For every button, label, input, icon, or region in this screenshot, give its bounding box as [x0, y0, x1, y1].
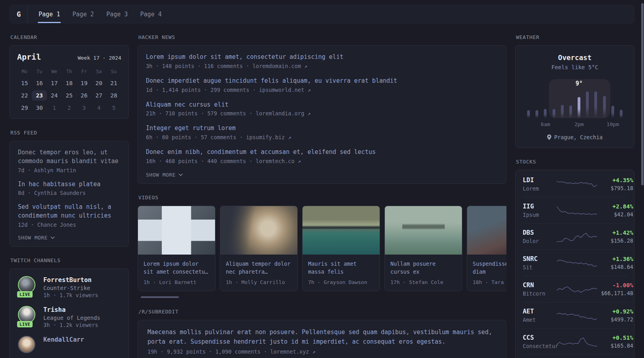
day-header: Su [107, 67, 121, 76]
twitch-channel-row[interactable]: KendallCarr [18, 336, 120, 355]
stock-symbol[interactable]: SNRC [523, 255, 557, 263]
video-title[interactable]: Suspendisse sagittis diam [473, 260, 506, 276]
stock-sparkline [557, 204, 597, 217]
stock-change: +1.36% [597, 256, 633, 262]
stock-change: +0.51% [597, 335, 633, 341]
hn-item-title[interactable]: Donec imperdiet augue tincidunt felis al… [146, 77, 498, 86]
external-link-icon[interactable]: ↗ [312, 348, 316, 355]
stock-row[interactable]: SNRCSit +1.36%$148.64 [523, 249, 627, 276]
video-meta: 1h · Lori Barnett [144, 279, 209, 285]
stock-symbol[interactable]: AET [523, 308, 557, 315]
external-link-icon[interactable]: ↗ [298, 158, 301, 164]
avatar [18, 336, 37, 355]
calendar-day: 21 [107, 78, 121, 88]
stock-row[interactable]: CCSConsectetur +0.51%$165.84 [523, 328, 627, 354]
stock-row[interactable]: IIGIpsum +2.84%$42.04 [523, 197, 627, 223]
calendar-day: 24 [47, 90, 62, 101]
video-title[interactable]: Nullam posuere cursus ex [390, 260, 456, 276]
hn-item-title[interactable]: Lorem ipsum dolor sit amet, consectetur … [146, 53, 498, 62]
page-vertical-scrollbar[interactable] [641, 3, 644, 185]
external-link-icon[interactable]: ↗ [307, 87, 310, 93]
video-thumbnail [385, 206, 462, 255]
video-card[interactable]: Aliquam tempor dolor nec pharetra… 1h · … [220, 206, 298, 292]
video-card[interactable]: Nullam posuere cursus ex 17h · Stefan Co… [384, 206, 462, 292]
video-title[interactable]: Aliquam tempor dolor nec pharetra… [226, 260, 292, 276]
hn-item-title[interactable]: Aliquam nec cursus elit [146, 101, 498, 109]
twitch-channel-row[interactable]: LIVE ForrestBurton Counter-Strike 1h · 1… [18, 276, 120, 298]
video-card[interactable]: Suspendisse sagittis diam 18h · Tara [467, 206, 506, 292]
stock-symbol[interactable]: DBS [523, 229, 557, 236]
calendar-day: 20 [91, 78, 106, 88]
show-more-label: SHOW MORE [18, 235, 48, 241]
hn-item: Lorem ipsum dolor sit amet, consectetur … [146, 53, 498, 69]
stock-symbol[interactable]: LDI [523, 177, 557, 184]
video-card[interactable]: Lorem ipsum dolor sit amet consectetu… 1… [138, 206, 215, 292]
stock-row[interactable]: LDILorem +4.35%$795.18 [523, 171, 627, 197]
hn-meta-text: 21h · 710 points · 579 comments · loreml… [146, 110, 304, 117]
external-link-icon[interactable]: ↗ [288, 134, 291, 140]
stock-row[interactable]: CRNBitcorn -1.00%$66,171.48 [523, 276, 627, 302]
stock-name: Bitcorn [523, 290, 557, 297]
hn-item-title[interactable]: Donec enim nibh, condimentum et accumsan… [146, 148, 498, 157]
stock-row[interactable]: DBSDolor +1.42%$156.28 [523, 223, 627, 249]
reddit-post: Maecenas mollis pulvinar erat non posuer… [147, 328, 497, 355]
channel-name[interactable]: ForrestBurton [43, 276, 98, 284]
rss-show-more-button[interactable]: SHOW MORE [18, 235, 120, 241]
stock-sparkline [557, 282, 597, 296]
stock-price: $156.28 [597, 237, 633, 244]
tab-page-1[interactable]: Page 1 [38, 5, 61, 23]
rss-item-title[interactable]: Sed volutpat nulla nisl, a condimentum n… [18, 203, 120, 220]
external-link-icon[interactable]: ↗ [307, 110, 310, 117]
stock-row[interactable]: AETAmet +0.92%$499.72 [523, 302, 627, 328]
video-title[interactable]: Lorem ipsum dolor sit amet consectetu… [144, 260, 209, 276]
hacker-news-widget: Lorem ipsum dolor sit amet, consectetur … [138, 45, 506, 184]
tab-page-3[interactable]: Page 3 [105, 5, 128, 23]
tab-page-2[interactable]: Page 2 [72, 5, 95, 23]
channel-game[interactable]: League of Legends [43, 315, 100, 321]
tab-page-4[interactable]: Page 4 [140, 5, 163, 23]
stock-sparkline [557, 177, 597, 191]
stock-row[interactable]: AHS +0.46% [523, 354, 627, 358]
calendar-day: 29 [17, 103, 32, 113]
channel-name[interactable]: Trisha [43, 306, 100, 314]
stock-name: Ipsum [523, 212, 557, 218]
hn-show-more-button[interactable]: SHOW MORE [146, 172, 498, 178]
stock-name: Amet [523, 317, 557, 323]
temp-bar [527, 110, 530, 118]
rss-item-title[interactable]: In hac habitasse platea [18, 180, 120, 189]
page-tabs: Page 1 Page 2 Page 3 Page 4 [28, 5, 163, 23]
stock-name: Dolor [523, 238, 557, 244]
external-link-icon[interactable]: ↗ [304, 63, 307, 69]
middle-column: HACKER NEWS Lorem ipsum dolor sit amet, … [138, 23, 506, 358]
channel-name[interactable]: KendallCarr [43, 336, 84, 344]
calendar-day: 19 [77, 78, 91, 88]
chevron-down-icon [50, 236, 55, 239]
twitch-channel-row[interactable]: LIVE Trisha League of Legends 3h · 1.2k … [18, 306, 120, 328]
videos-carousel: Lorem ipsum dolor sit amet consectetu… 1… [138, 206, 506, 292]
time-axis: 6am 2pm 10pm [524, 121, 625, 128]
app-logo[interactable]: G [10, 5, 28, 23]
calendar-day: 16 [32, 78, 47, 88]
stock-symbol[interactable]: CRN [523, 282, 557, 289]
rss-item-title[interactable]: Donec tempor eros leo, ut commodo mauris… [18, 148, 120, 166]
stock-symbol[interactable]: IIG [523, 203, 557, 210]
avatar: LIVE [18, 276, 37, 295]
calendar-day: 1 [47, 103, 62, 113]
hn-item-title[interactable]: Integer eget rutrum lorem [146, 124, 498, 133]
rss-section-title: RSS FEED [10, 130, 128, 136]
calendar-month: April [17, 52, 41, 62]
reddit-post-title[interactable]: Maecenas mollis pulvinar erat non posuer… [147, 328, 497, 346]
current-temp-label: 9° [576, 80, 583, 87]
videos-horizontal-scrollbar[interactable] [141, 296, 179, 298]
video-meta: 17h · Stefan Cole [390, 279, 456, 285]
hn-item-meta: 16h · 468 points · 440 comments · loremt… [146, 158, 498, 164]
video-title[interactable]: Mauris sit amet massa felis [308, 260, 374, 276]
video-card[interactable]: Mauris sit amet massa felis 7h · Grayson… [302, 206, 380, 292]
rss-item-meta: 12d · Chance Jones [18, 222, 120, 228]
stock-symbol[interactable]: CCS [523, 334, 557, 341]
channel-game[interactable]: Counter-Strike [43, 285, 98, 291]
calendar-day: 26 [77, 90, 91, 101]
stock-name: Sit [523, 264, 557, 270]
temp-bar-current [578, 97, 580, 118]
calendar-section-title: CALENDAR [10, 34, 128, 40]
